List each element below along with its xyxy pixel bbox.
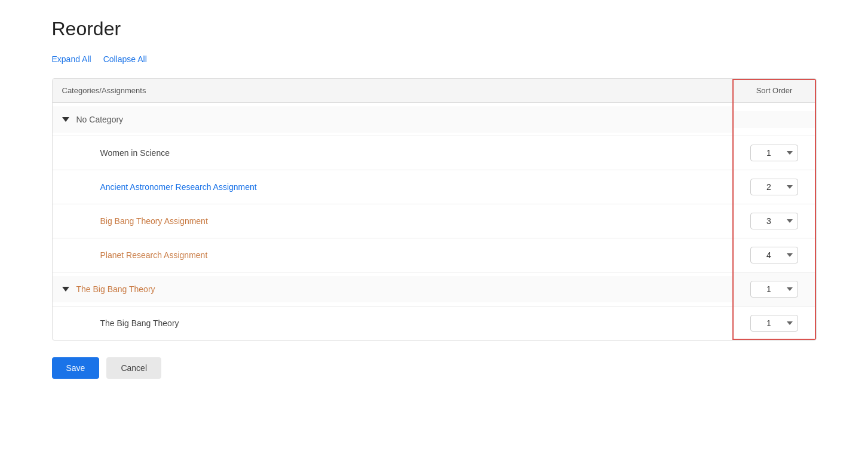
row-categories-cell: Women in Science <box>53 140 732 166</box>
row-categories-cell: Ancient Astronomer Research Assignment <box>53 174 732 200</box>
page-title: Reorder <box>52 18 817 40</box>
table-row: The Big Bang Theory 1 <box>53 306 816 340</box>
assignment-label: Big Bang Theory Assignment <box>100 216 208 226</box>
assignment-label: The Big Bang Theory <box>100 318 179 328</box>
row-sort-order-cell: 1 2 3 4 <box>732 204 816 238</box>
expand-collapse-controls: Expand All Collapse All <box>52 54 817 64</box>
table-row: Big Bang Theory Assignment 1 2 3 4 <box>53 204 816 238</box>
collapse-all-button[interactable]: Collapse All <box>103 54 147 64</box>
row-categories-cell: The Big Bang Theory <box>53 276 732 302</box>
save-button[interactable]: Save <box>52 357 100 379</box>
row-sort-order-cell: 1 2 3 4 <box>732 170 816 204</box>
row-categories-cell: Planet Research Assignment <box>53 242 732 268</box>
chevron-down-icon[interactable] <box>62 117 69 122</box>
row-sort-order-cell: 1 2 3 4 <box>732 136 816 170</box>
chevron-down-icon[interactable] <box>62 287 69 292</box>
row-categories-cell: No Category <box>53 106 732 133</box>
assignment-label: Planet Research Assignment <box>100 250 208 260</box>
row-sort-order-cell: 1 <box>732 306 816 340</box>
footer-buttons: Save Cancel <box>52 357 817 379</box>
row-sort-order-cell: 1 2 3 4 <box>732 238 816 272</box>
row-categories-cell: The Big Bang Theory <box>53 310 732 336</box>
table-header: Categories/Assignments Sort Order <box>53 79 816 103</box>
col-header-categories: Categories/Assignments <box>53 79 732 102</box>
sort-order-select[interactable]: 1 2 3 4 <box>750 179 798 195</box>
table-row: No Category <box>53 103 816 136</box>
sort-order-select[interactable]: 1 2 3 4 <box>750 247 798 263</box>
assignment-label: Women in Science <box>100 148 170 158</box>
table-row: Ancient Astronomer Research Assignment 1… <box>53 170 816 204</box>
expand-all-button[interactable]: Expand All <box>52 54 91 64</box>
assignment-label: Ancient Astronomer Research Assignment <box>100 182 257 192</box>
table-row: The Big Bang Theory 1 2 <box>53 272 816 306</box>
row-sort-order-cell <box>732 111 816 128</box>
col-header-sort-order: Sort Order <box>732 79 816 102</box>
sort-order-select[interactable]: 1 2 <box>750 281 798 298</box>
cancel-button[interactable]: Cancel <box>106 357 161 379</box>
reorder-table: Categories/Assignments Sort Order No Cat… <box>52 78 817 341</box>
row-sort-order-cell: 1 2 <box>732 272 816 306</box>
category-label: The Big Bang Theory <box>76 284 155 294</box>
sort-order-select[interactable]: 1 2 3 4 <box>750 213 798 229</box>
table-row: Women in Science 1 2 3 4 <box>53 136 816 170</box>
sort-order-select[interactable]: 1 <box>750 315 798 332</box>
row-categories-cell: Big Bang Theory Assignment <box>53 208 732 234</box>
category-label: No Category <box>76 115 124 124</box>
table-row: Planet Research Assignment 1 2 3 4 <box>53 238 816 272</box>
sort-order-select[interactable]: 1 2 3 4 <box>750 145 798 161</box>
